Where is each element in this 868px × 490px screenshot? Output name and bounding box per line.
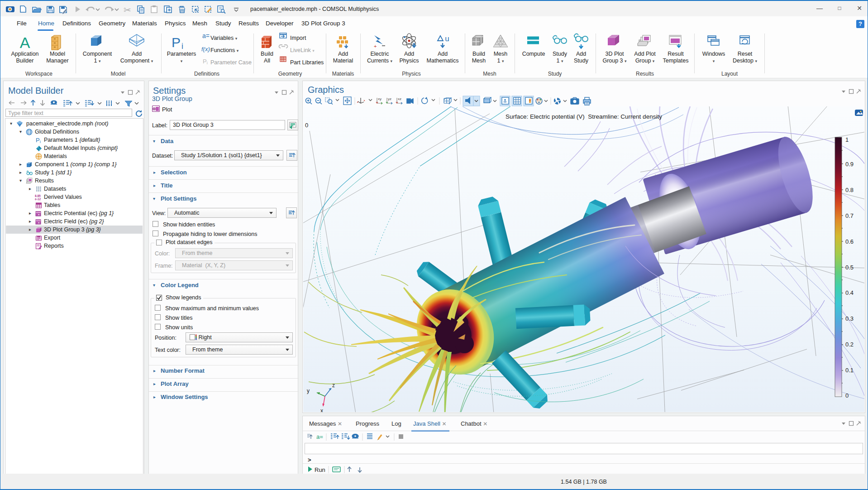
svg-text:Pi: Pi — [203, 58, 208, 65]
svg-text:8.85: 8.85 — [35, 194, 41, 197]
svg-text:P: P — [172, 35, 181, 50]
svg-text:A: A — [20, 34, 30, 51]
svg-text:a=: a= — [316, 433, 323, 440]
svg-text:xy: xy — [378, 97, 382, 101]
svg-text:i: i — [40, 139, 41, 144]
svg-text:0.9: 0.9 — [845, 161, 854, 168]
svg-text:0.4: 0.4 — [845, 289, 854, 296]
svg-text:Run: Run — [315, 466, 325, 473]
svg-text:e-12: e-12 — [35, 197, 41, 201]
svg-text:i: i — [181, 42, 183, 51]
svg-text:yz: yz — [388, 97, 391, 101]
svg-text:P: P — [36, 137, 40, 144]
svg-text:0.5: 0.5 — [845, 264, 854, 271]
svg-text:0.3: 0.3 — [845, 315, 854, 322]
svg-text:Surface: Electric potential (V: Surface: Electric potential (V) Streamli… — [506, 113, 662, 120]
svg-text:xz: xz — [398, 97, 401, 101]
svg-text:0: 0 — [845, 392, 849, 399]
svg-text:x: x — [320, 408, 323, 412]
svg-text:u: u — [445, 34, 449, 43]
svg-text:+: + — [374, 43, 377, 49]
svg-text:0.8: 0.8 — [845, 187, 854, 193]
svg-text:z: z — [332, 382, 335, 389]
svg-text:y: y — [307, 388, 310, 394]
svg-text:0.6: 0.6 — [845, 238, 854, 245]
svg-text:✂: ✂ — [124, 5, 131, 15]
svg-text:0: 0 — [305, 122, 308, 129]
svg-text:0.7: 0.7 — [845, 212, 854, 219]
svg-text:0.2: 0.2 — [845, 341, 854, 348]
svg-text:0.1: 0.1 — [845, 367, 854, 374]
svg-text:1: 1 — [845, 136, 849, 143]
svg-text:f(x): f(x) — [201, 46, 210, 53]
svg-text:a=: a= — [202, 32, 210, 39]
